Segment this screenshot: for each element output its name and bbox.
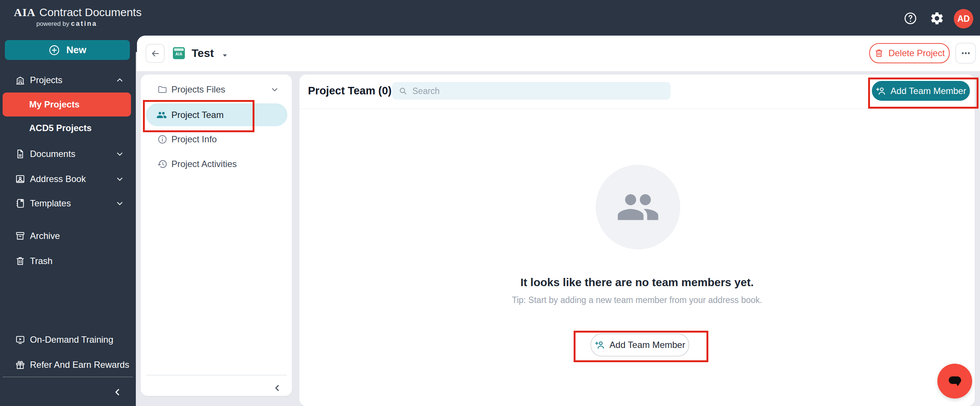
address-book-icon (15, 174, 25, 184)
sidebar-item-label: ACD5 Projects (29, 123, 92, 133)
person-add-icon (595, 340, 605, 350)
chevron-down-icon (115, 199, 124, 208)
header-divider (299, 109, 975, 109)
person-add-icon (876, 86, 886, 96)
building-icon (15, 75, 25, 85)
sidebar-item-label: Documents (30, 149, 75, 159)
sidebar-item-archive[interactable]: Archive (0, 227, 136, 245)
sidebar-divider (3, 377, 133, 377)
sidebar-item-label: Templates (30, 198, 71, 209)
powered-prefix: powered by (36, 20, 69, 27)
sidebar-item-label: My Projects (29, 99, 80, 110)
templates-book-icon (15, 198, 25, 209)
settings-gear-icon[interactable] (929, 11, 945, 26)
delete-project-button[interactable]: Delete Project (869, 43, 950, 63)
sidebar-item-label: Trash (30, 256, 52, 266)
new-button-label: New (66, 44, 86, 56)
nav-item-label: Projects Files (171, 84, 225, 95)
trash-icon (874, 48, 884, 58)
nav-item-label: Project Team (171, 110, 224, 120)
sidebar-item-refer-earn[interactable]: Refer And Earn Rewards (0, 356, 136, 374)
sidebar: New Projects My Projects ACD5 Projects (0, 35, 136, 406)
sidebar-item-projects[interactable]: Projects (0, 71, 136, 89)
project-folder-tab (174, 48, 184, 51)
project-folder-text: AIA (173, 52, 185, 56)
empty-state-title: It looks like there are no team members … (299, 276, 975, 289)
people-icon (156, 110, 167, 120)
top-bar: AIAContract Documents powered by catina … (0, 0, 980, 35)
app-root: AIAContract Documents powered by catina … (0, 0, 980, 406)
team-panel-title: Project Team (0) (308, 85, 391, 97)
help-icon[interactable] (903, 11, 918, 26)
sidebar-item-documents[interactable]: Documents (0, 145, 136, 163)
ellipsis-icon (960, 48, 971, 59)
logo-aia: AIA (14, 6, 35, 18)
search-box (392, 82, 671, 100)
logo-powered-by: powered by catina (36, 20, 142, 28)
sidebar-item-trash[interactable]: Trash (0, 252, 136, 270)
document-icon (15, 149, 25, 159)
folder-icon (157, 84, 168, 95)
logo-title: AIAContract Documents (14, 6, 142, 19)
project-folder-icon: AIA (173, 47, 185, 59)
chevron-down-icon (115, 174, 124, 184)
search-input[interactable] (412, 82, 668, 101)
panel-collapse-chevron-icon[interactable] (272, 383, 282, 393)
back-button[interactable] (146, 44, 165, 63)
project-team-panel: Project Team (0) Add Team Member It (299, 75, 975, 406)
people-large-icon (616, 185, 660, 229)
project-nav-panel: Projects Files Project Team Project Info (141, 75, 292, 396)
plus-circle-icon (48, 44, 60, 56)
sidebar-item-label: Refer And Earn Rewards (30, 360, 129, 370)
app-logo: AIAContract Documents powered by catina (14, 6, 142, 28)
delete-project-label: Delete Project (888, 48, 945, 58)
chevron-up-icon (115, 76, 124, 85)
chat-widget-button[interactable] (937, 364, 972, 398)
powered-brand: catina (71, 20, 97, 27)
trash-icon (15, 256, 25, 266)
sidebar-item-templates[interactable]: Templates (0, 194, 136, 213)
more-options-button[interactable] (955, 43, 976, 64)
sidebar-item-label: Archive (30, 231, 60, 241)
project-header-bar: AIA Test Delete Project (137, 35, 980, 71)
archive-icon (15, 231, 25, 241)
add-team-member-label: Add Team Member (609, 340, 685, 350)
chevron-down-icon (115, 149, 124, 158)
user-avatar[interactable]: AD (954, 9, 973, 29)
info-icon (157, 134, 168, 145)
sidebar-item-label: On-Demand Training (30, 334, 113, 345)
sidebar-item-my-projects[interactable]: My Projects (3, 93, 131, 117)
nav-item-project-team-active[interactable]: Project Team (146, 103, 287, 126)
empty-state-tip: Tip: Start by adding a new team member f… (299, 295, 975, 305)
search-icon (399, 86, 407, 96)
new-button[interactable]: New (5, 40, 130, 60)
nav-item-projects-files[interactable]: Projects Files (141, 80, 292, 99)
project-title-caret-icon[interactable] (220, 51, 230, 60)
add-team-member-button-top[interactable]: Add Team Member (872, 81, 970, 101)
nav-item-label: Project Info (171, 134, 216, 145)
history-icon (157, 159, 168, 169)
chat-bubble-icon (945, 372, 965, 390)
add-team-member-button-center[interactable]: Add Team Member (590, 333, 689, 356)
sidebar-item-acd5-projects[interactable]: ACD5 Projects (0, 120, 136, 136)
sidebar-item-label: Address Book (30, 174, 86, 184)
sidebar-item-address-book[interactable]: Address Book (0, 170, 136, 188)
sidebar-collapse-chevron-icon[interactable] (112, 387, 123, 397)
sidebar-item-label: Projects (30, 75, 62, 85)
logo-rest: Contract Documents (39, 6, 142, 18)
arrow-left-icon (150, 49, 160, 58)
add-team-member-label: Add Team Member (891, 86, 966, 96)
nav-item-project-info[interactable]: Project Info (141, 130, 292, 149)
gift-icon (15, 360, 25, 370)
nav-item-project-activities[interactable]: Project Activities (141, 155, 292, 173)
panel-divider (146, 375, 286, 375)
nav-item-label: Project Activities (171, 159, 237, 169)
empty-state-circle (596, 165, 680, 249)
chevron-down-icon (270, 85, 279, 94)
project-title[interactable]: Test (192, 47, 214, 59)
video-training-icon (15, 334, 25, 345)
sidebar-item-on-demand-training[interactable]: On-Demand Training (0, 331, 136, 349)
